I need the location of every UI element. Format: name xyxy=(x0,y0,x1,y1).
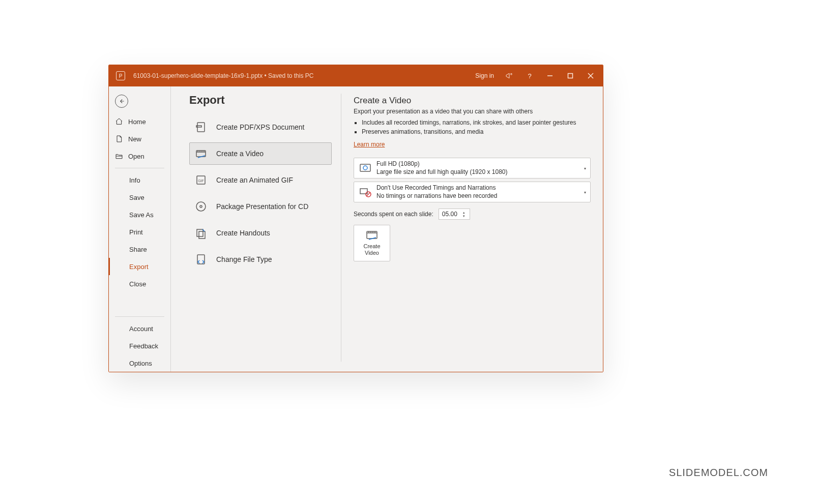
nav-feedback[interactable]: Feedback xyxy=(109,337,170,354)
export-item-label: Package Presentation for CD xyxy=(216,202,308,211)
nav-print[interactable]: Print xyxy=(109,223,170,241)
nav-new-label: New xyxy=(128,135,141,143)
nav-account[interactable]: Account xyxy=(109,320,170,337)
back-button[interactable] xyxy=(115,95,128,108)
powerpoint-backstage-window: P 61003-01-superhero-slide-template-16x9… xyxy=(108,65,603,372)
powerpoint-app-icon: P xyxy=(116,71,125,80)
backstage-body: Home New Open Info Save Save As Print Sh… xyxy=(109,86,603,372)
maximize-icon[interactable] xyxy=(560,65,580,86)
svg-point-22 xyxy=(363,166,367,170)
export-item-gif[interactable]: GIF Create an Animated GIF xyxy=(189,169,332,191)
dropdown-subtitle: Large file size and full high quality (1… xyxy=(376,168,508,176)
monitor-icon xyxy=(358,162,372,174)
gif-icon: GIF xyxy=(195,174,207,186)
dropdown-subtitle: No timings or narrations have been recor… xyxy=(376,192,497,200)
cd-icon xyxy=(195,200,207,213)
panel-heading: Create a Video xyxy=(354,96,591,106)
backstage-main: Export Create PDF/XPS Document Create a … xyxy=(171,86,603,372)
svg-rect-18 xyxy=(197,229,203,236)
svg-point-16 xyxy=(196,202,206,211)
svg-text:GIF: GIF xyxy=(198,179,204,183)
backstage-nav: Home New Open Info Save Save As Print Sh… xyxy=(109,86,171,372)
nav-separator-bottom xyxy=(115,316,164,317)
panel-bullets: Includes all recorded timings, narration… xyxy=(354,119,591,135)
panel-bullet: Preserves animations, transitions, and m… xyxy=(362,128,583,135)
nav-save[interactable]: Save xyxy=(109,189,170,206)
export-item-handouts[interactable]: Create Handouts xyxy=(189,222,332,244)
megaphone-icon[interactable] xyxy=(499,65,519,86)
timings-dropdown[interactable]: Don't Use Recorded Timings and Narration… xyxy=(354,182,591,202)
panel-bullet: Includes all recorded timings, narration… xyxy=(362,119,583,126)
seconds-spinner[interactable]: 05.00 ▲ ▼ xyxy=(439,209,470,220)
svg-line-25 xyxy=(366,192,370,196)
spinner-arrows[interactable]: ▲ ▼ xyxy=(462,209,469,219)
chevron-down-icon: ▾ xyxy=(584,190,586,194)
title-text: 61003-01-superhero-slide-template-16x9-1… xyxy=(133,72,313,79)
nav-new[interactable]: New xyxy=(109,130,170,147)
filetype-icon xyxy=(195,253,207,265)
svg-rect-19 xyxy=(199,231,205,239)
seconds-label: Seconds spent on each slide: xyxy=(354,211,433,218)
titlebar: P 61003-01-superhero-slide-template-16x9… xyxy=(109,65,603,86)
video-quality-dropdown[interactable]: Full HD (1080p) Large file size and full… xyxy=(354,158,591,179)
svg-rect-2 xyxy=(568,74,573,78)
handouts-icon xyxy=(195,227,207,239)
svg-point-17 xyxy=(200,205,202,207)
export-item-label: Create Handouts xyxy=(216,229,270,237)
seconds-value: 05.00 xyxy=(442,211,457,218)
create-video-button[interactable]: Create Video xyxy=(354,225,390,261)
nav-info[interactable]: Info xyxy=(109,171,170,189)
learn-more-link[interactable]: Learn more xyxy=(354,141,385,148)
panel-description: Export your presentation as a video that… xyxy=(354,108,591,115)
dropdown-title: Full HD (1080p) xyxy=(376,160,508,168)
nav-home[interactable]: Home xyxy=(109,113,170,130)
signin-button[interactable]: Sign in xyxy=(470,65,499,86)
nav-home-label: Home xyxy=(128,118,146,126)
export-item-cd[interactable]: Package Presentation for CD xyxy=(189,195,332,218)
chevron-down-icon: ▾ xyxy=(584,166,586,170)
spinner-down-icon[interactable]: ▼ xyxy=(462,215,469,218)
svg-point-0 xyxy=(511,73,512,75)
nav-saveas[interactable]: Save As xyxy=(109,206,170,223)
export-item-filetype[interactable]: Change File Type xyxy=(189,248,332,271)
svg-rect-21 xyxy=(360,164,370,171)
page-title: Export xyxy=(189,94,332,107)
save-status: Saved to this PC xyxy=(268,72,313,79)
nav-open[interactable]: Open xyxy=(109,147,170,165)
spinner-up-icon[interactable]: ▲ xyxy=(462,211,469,214)
nav-share[interactable]: Share xyxy=(109,241,170,258)
video-icon xyxy=(195,147,207,160)
pdf-icon xyxy=(195,121,207,133)
export-item-label: Create an Animated GIF xyxy=(216,176,293,184)
export-item-label: Create a Video xyxy=(216,150,264,158)
seconds-row: Seconds spent on each slide: 05.00 ▲ ▼ xyxy=(354,209,591,220)
export-category-list: Export Create PDF/XPS Document Create a … xyxy=(189,94,332,362)
nav-separator xyxy=(115,168,164,168)
close-icon[interactable] xyxy=(580,65,601,86)
export-item-pdf[interactable]: Create PDF/XPS Document xyxy=(189,116,332,138)
minimize-icon[interactable] xyxy=(540,65,560,86)
export-item-label: Create PDF/XPS Document xyxy=(216,123,305,131)
export-item-label: Change File Type xyxy=(216,255,272,263)
export-item-video[interactable]: Create a Video xyxy=(189,142,332,165)
watermark: SLIDEMODEL.COM xyxy=(669,467,768,479)
nav-options[interactable]: Options xyxy=(109,354,170,372)
help-icon[interactable]: ? xyxy=(519,65,540,86)
dropdown-title: Don't Use Recorded Timings and Narration… xyxy=(376,184,497,192)
nav-open-label: Open xyxy=(128,153,144,160)
no-narration-icon xyxy=(358,186,372,198)
export-detail-panel: Create a Video Export your presentation … xyxy=(341,94,591,362)
nav-close[interactable]: Close xyxy=(109,275,170,292)
create-video-label: Create Video xyxy=(363,243,380,256)
nav-export[interactable]: Export xyxy=(109,258,170,275)
filename: 61003-01-superhero-slide-template-16x9-1… xyxy=(133,72,263,79)
